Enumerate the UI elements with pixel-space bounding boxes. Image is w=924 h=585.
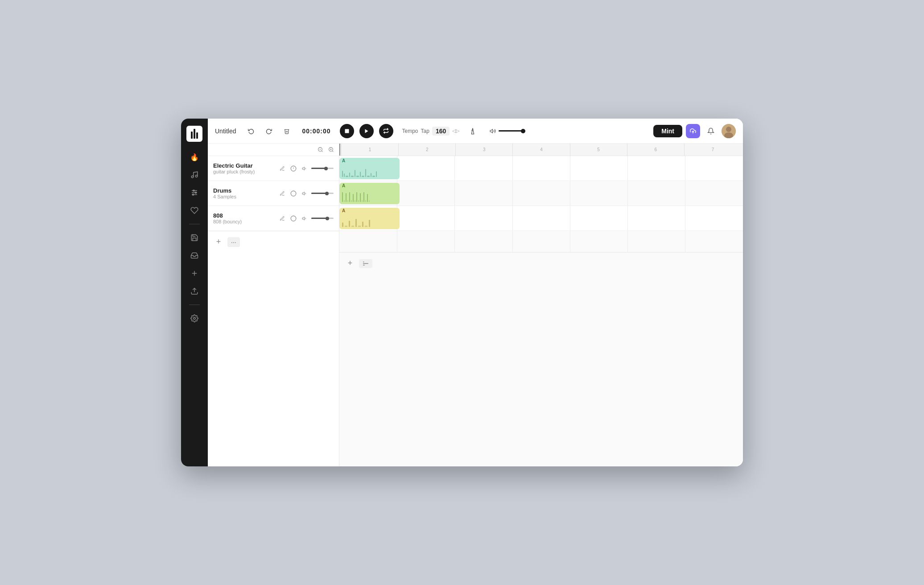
track-edit-button-3[interactable] bbox=[278, 214, 287, 223]
track-settings-button-3[interactable] bbox=[289, 214, 298, 223]
track-volume-button-1[interactable] bbox=[300, 164, 309, 173]
tap-label[interactable]: Tap bbox=[421, 128, 429, 134]
track-item-808: 808 808 (bouncy) bbox=[208, 206, 339, 231]
svg-point-5 bbox=[193, 190, 194, 191]
svg-marker-15 bbox=[490, 129, 492, 132]
delete-button[interactable] bbox=[280, 125, 293, 137]
transport-time: 00:00:00 bbox=[302, 128, 330, 135]
metronome-button[interactable] bbox=[466, 125, 479, 137]
svg-point-31 bbox=[291, 191, 296, 196]
svg-point-1 bbox=[195, 175, 198, 177]
track-volume-slider-1[interactable] bbox=[311, 168, 334, 169]
ruler-mark-3: 3 bbox=[455, 144, 512, 156]
ruler-mark-4: 4 bbox=[512, 144, 569, 156]
svg-rect-12 bbox=[345, 129, 349, 133]
sidebar-divider-2 bbox=[189, 305, 200, 305]
volume-slider[interactable] bbox=[499, 130, 525, 132]
track-controls-drums bbox=[278, 189, 334, 198]
user-avatar[interactable] bbox=[722, 124, 736, 138]
tempo-arrows[interactable]: ◁▷ bbox=[452, 128, 459, 134]
svg-point-7 bbox=[193, 194, 194, 195]
tempo-value[interactable]: 160 bbox=[432, 127, 450, 136]
track-name-808: 808 bbox=[213, 212, 274, 219]
track-edit-button-1[interactable] bbox=[278, 164, 287, 173]
timeline-row-electric-guitar: A bbox=[339, 156, 743, 181]
track-name-electric-guitar: Electric Guitar bbox=[213, 162, 274, 169]
loop-button[interactable] bbox=[379, 124, 393, 138]
playhead bbox=[339, 144, 340, 156]
sidebar-item-settings[interactable] bbox=[186, 310, 202, 326]
svg-marker-32 bbox=[302, 192, 305, 195]
track-settings-button-2[interactable] bbox=[289, 189, 298, 198]
mint-button[interactable]: Mint bbox=[653, 125, 682, 137]
undo-button[interactable] bbox=[245, 125, 257, 137]
ruler-mark-1: 1 bbox=[341, 144, 398, 156]
svg-marker-34 bbox=[302, 217, 305, 220]
pattern-block-808[interactable]: A bbox=[339, 208, 400, 229]
add-track-button[interactable]: + bbox=[213, 237, 224, 247]
zoom-in-button[interactable] bbox=[326, 145, 335, 154]
sidebar-item-export[interactable] bbox=[186, 283, 202, 299]
sidebar-item-music[interactable] bbox=[186, 167, 202, 183]
track-info-drums: Drums 4 Samples bbox=[213, 187, 274, 199]
redo-button[interactable] bbox=[263, 125, 275, 137]
pattern-block-drums[interactable]: A bbox=[339, 183, 400, 204]
project-title[interactable]: Untitled bbox=[215, 128, 236, 135]
track-volume-slider-2[interactable] bbox=[311, 193, 334, 194]
sidebar-item-inbox[interactable] bbox=[186, 247, 202, 264]
track-sub-drums: 4 Samples bbox=[213, 194, 274, 199]
tempo-area: Tempo Tap 160 ◁▷ bbox=[402, 127, 460, 136]
timeline-row-808: A bbox=[339, 206, 743, 231]
stop-button[interactable] bbox=[340, 124, 354, 138]
tempo-label: Tempo bbox=[402, 128, 418, 134]
svg-point-11 bbox=[194, 317, 196, 320]
track-toolbar bbox=[208, 144, 339, 156]
timeline-row-drums: A bbox=[339, 181, 743, 206]
svg-point-18 bbox=[726, 127, 731, 132]
header: Untitled 00:00:00 Tempo Tap bbox=[208, 119, 743, 144]
add-track-row: + ··· bbox=[208, 231, 339, 252]
svg-point-33 bbox=[291, 216, 296, 221]
add-pattern-row: + bbox=[339, 252, 743, 274]
sidebar-item-fire[interactable]: 🔥 bbox=[186, 149, 202, 165]
track-volume-slider-3[interactable] bbox=[311, 218, 334, 219]
track-settings-button-1[interactable] bbox=[289, 164, 298, 173]
timeline-area: 1 2 3 4 5 6 7 bbox=[339, 144, 743, 466]
ruler-mark-6: 6 bbox=[627, 144, 684, 156]
ruler-mark-7: 7 bbox=[684, 144, 741, 156]
svg-point-6 bbox=[195, 192, 197, 194]
app-logo[interactable] bbox=[186, 126, 202, 142]
ruler-mark-2: 2 bbox=[398, 144, 455, 156]
add-pattern-options-button[interactable] bbox=[359, 259, 372, 268]
volume-area bbox=[490, 128, 525, 134]
play-button[interactable] bbox=[359, 124, 374, 138]
zoom-out-button[interactable] bbox=[316, 145, 325, 154]
upload-button[interactable] bbox=[686, 124, 700, 138]
track-volume-button-3[interactable] bbox=[300, 214, 309, 223]
svg-line-24 bbox=[332, 151, 333, 152]
svg-point-0 bbox=[191, 176, 194, 178]
workspace: Electric Guitar guitar pluck (frosty) bbox=[208, 144, 743, 466]
track-volume-button-2[interactable] bbox=[300, 189, 309, 198]
sidebar-item-save[interactable] bbox=[186, 230, 202, 246]
svg-line-21 bbox=[322, 151, 322, 152]
track-controls-808 bbox=[278, 214, 334, 223]
track-edit-button-2[interactable] bbox=[278, 189, 287, 198]
track-name-drums: Drums bbox=[213, 187, 274, 194]
add-pattern-button[interactable]: + bbox=[345, 258, 355, 269]
track-list: Electric Guitar guitar pluck (frosty) bbox=[208, 144, 339, 466]
timeline-row-empty-1 bbox=[339, 231, 743, 252]
sidebar-item-mixer[interactable] bbox=[186, 185, 202, 201]
add-track-options-button[interactable]: ··· bbox=[227, 237, 240, 247]
svg-marker-13 bbox=[365, 129, 368, 133]
svg-marker-30 bbox=[302, 167, 305, 170]
sidebar-item-add[interactable] bbox=[186, 265, 202, 281]
pattern-block-electric-guitar[interactable]: A bbox=[339, 158, 400, 179]
track-item-electric-guitar: Electric Guitar guitar pluck (frosty) bbox=[208, 156, 339, 181]
main-content: Untitled 00:00:00 Tempo Tap bbox=[208, 119, 743, 466]
sidebar-item-heart[interactable] bbox=[186, 202, 202, 218]
header-right: Mint bbox=[653, 124, 736, 138]
notifications-button[interactable] bbox=[704, 124, 718, 138]
sidebar: 🔥 bbox=[181, 119, 208, 466]
track-sub-electric-guitar: guitar pluck (frosty) bbox=[213, 169, 274, 174]
